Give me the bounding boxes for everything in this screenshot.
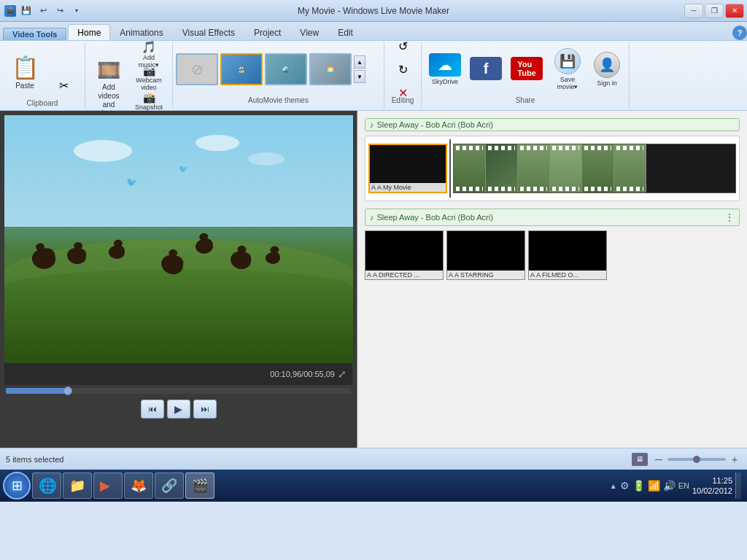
zoom-out-button[interactable]: ─ (652, 453, 665, 466)
audio-track-1-title: Sleep Away - Bob Acri (Bob Acri) (377, 120, 493, 129)
webcam-button[interactable]: 📷 Webcam video (130, 67, 168, 89)
theme-cinematic[interactable]: 🌊 (265, 53, 307, 85)
start-button[interactable]: ⊞ (3, 472, 31, 499)
theme-none[interactable]: ⊘ (176, 53, 218, 85)
ribbon: 📋 Paste ✂ Clipboard 🎞️ Add videos and ph… (0, 41, 747, 111)
clip-item-0[interactable]: A A DIRECTED ... (365, 230, 444, 280)
minimize-button[interactable]: ─ (684, 4, 703, 18)
youtube-icon: YouTube (511, 57, 543, 80)
tray-caret[interactable]: ▲ (610, 482, 617, 490)
audio-track-2-menu[interactable]: ⋮ (724, 211, 735, 223)
help-button[interactable]: ? (732, 26, 747, 40)
preview-bottom-bar: 00:10,96/00:55,09 ⤢ (4, 363, 352, 385)
taskbar-movie-maker[interactable]: 🎬 (185, 472, 214, 499)
skydrive-button[interactable]: ☁ SkyDrive (426, 45, 464, 93)
save-movie-icon: 💾 (554, 48, 581, 74)
theme-up-button[interactable]: ▲ (354, 55, 365, 69)
step-back-button[interactable]: ⏮ (141, 400, 164, 419)
cut-icon: ✂ (59, 79, 69, 93)
taskbar-explorer[interactable]: 📁 (63, 472, 92, 499)
audio-track-2-title: Sleep Away - Bob Acri (Bob Acri) (377, 213, 493, 222)
seek-bar[interactable] (6, 388, 351, 394)
window-title: My Movie - Windows Live Movie Maker (0, 6, 747, 16)
clip-1-text-icon: A (449, 271, 453, 279)
theme-fade[interactable]: 🌅 (309, 53, 352, 85)
sign-in-button[interactable]: 👤 Sign in (589, 45, 624, 93)
tray-clock[interactable]: 11:25 10/02/2012 (692, 475, 732, 497)
tab-visual-effects[interactable]: Visual Effects (173, 24, 244, 40)
clip-item-2[interactable]: A A FILMED O... (528, 230, 607, 280)
main-content: 🐦 🐦 00:10,96/00:55,09 ⤢ ⏮ ▶ ⏭ ♪ Sleep Aw… (0, 111, 747, 448)
rotate-right-button[interactable]: ↻ (389, 58, 417, 80)
facebook-button[interactable]: f (467, 45, 505, 93)
quick-access-dropdown[interactable]: ▾ (69, 4, 84, 18)
add-music-button[interactable]: 🎵 Add music▾ (130, 44, 168, 66)
sign-in-icon: 👤 (594, 52, 620, 78)
cut-button[interactable]: ✂ (47, 74, 80, 96)
play-button[interactable]: ▶ (167, 400, 190, 419)
video-tools-tab-label: Video Tools (3, 28, 66, 40)
rotate-left-button[interactable]: ↺ (389, 35, 417, 57)
rotate-left-icon: ↺ (398, 39, 408, 53)
tray-date: 10/02/2012 (692, 486, 732, 496)
status-items-selected: 5 items selected (6, 455, 63, 464)
paste-button[interactable]: 📋 Paste (4, 48, 45, 96)
title-bar: 🎬 💾 ↩ ↪ ▾ My Movie - Windows Live Movie … (0, 0, 747, 22)
seek-thumb[interactable] (63, 386, 72, 395)
clipboard-label: Clipboard (27, 98, 58, 107)
zoom-in-button[interactable]: + (728, 453, 741, 466)
clip-1-label: A STARRING (454, 271, 494, 279)
automovie-label: AutoMovie themes (176, 96, 381, 104)
tab-home[interactable]: Home (68, 24, 110, 40)
save-movie-button[interactable]: 💾 Save movie▾ (549, 45, 587, 93)
music-note-icon-2: ♪ (370, 213, 374, 222)
theme-contemporary[interactable]: 🏖️ (220, 53, 263, 85)
clip-0-label: A DIRECTED ... (373, 271, 419, 279)
show-desktop-button[interactable] (735, 472, 741, 499)
tab-view[interactable]: View (290, 24, 328, 40)
taskbar-ie[interactable]: 🌐 (32, 472, 61, 499)
tab-project[interactable]: Project (244, 24, 290, 40)
theme-down-button[interactable]: ▼ (354, 70, 365, 83)
youtube-button[interactable]: YouTube (508, 45, 546, 93)
tray-icon-sound[interactable]: 🔊 (663, 480, 676, 491)
add-group: 🎞️ Add videos and photos 🎵 Add music▾ 📷 … (85, 42, 173, 109)
restore-button[interactable]: ❐ (705, 4, 724, 18)
taskbar-link[interactable]: 🔗 (155, 472, 184, 499)
film-strip[interactable] (453, 144, 736, 193)
tab-animations[interactable]: Animations (110, 24, 172, 40)
tray-time: 11:25 (692, 475, 732, 486)
quick-access-save[interactable]: 💾 (19, 4, 34, 18)
taskbar-firefox[interactable]: 🦊 (124, 472, 153, 499)
tray-icon-1[interactable]: ⚙ (620, 480, 630, 491)
title-clip[interactable]: A A My Movie (368, 144, 447, 193)
zoom-slider[interactable] (667, 458, 726, 461)
audio-track-1: ♪ Sleep Away - Bob Acri (Bob Acri) (365, 118, 740, 131)
snapshot-button[interactable]: 📸 Snapshot (130, 90, 168, 112)
tab-edit[interactable]: Edit (328, 24, 363, 40)
monitor-button[interactable]: 🖥 (632, 453, 648, 466)
tray-icon-lang: EN (678, 481, 689, 490)
skydrive-icon: ☁ (429, 53, 461, 77)
tab-bar: Video Tools Home Animations Visual Effec… (0, 22, 747, 41)
quick-access-redo[interactable]: ↪ (53, 4, 67, 18)
movie-maker-icon: 🎬 (192, 478, 208, 494)
close-button[interactable]: ✕ (725, 4, 744, 18)
preview-video: 🐦 🐦 (4, 115, 353, 363)
storyboard-pane[interactable]: ♪ Sleep Away - Bob Acri (Bob Acri) A A M… (357, 111, 747, 448)
clip-0-text-icon: A (367, 271, 371, 279)
tray-icon-2[interactable]: 🔋 (632, 480, 645, 491)
add-videos-button[interactable]: 🎞️ Add videos and photos (90, 64, 128, 112)
app-icon: 🎬 (4, 5, 16, 17)
zoom-slider-thumb (693, 456, 700, 463)
link-icon: 🔗 (161, 478, 177, 494)
clip-item-1[interactable]: A A STARRING (446, 230, 525, 280)
expand-button[interactable]: ⤢ (338, 368, 347, 380)
tray-icon-network[interactable]: 📶 (648, 480, 660, 491)
preview-pane: 🐦 🐦 00:10,96/00:55,09 ⤢ ⏮ ▶ ⏭ (0, 111, 357, 448)
taskbar-media[interactable]: ▶ (93, 472, 123, 499)
step-forward-button[interactable]: ⏭ (193, 400, 217, 419)
snapshot-icon: 📸 (143, 92, 155, 104)
quick-access-undo[interactable]: ↩ (36, 4, 50, 18)
webcam-label: Webcam video (132, 77, 166, 92)
